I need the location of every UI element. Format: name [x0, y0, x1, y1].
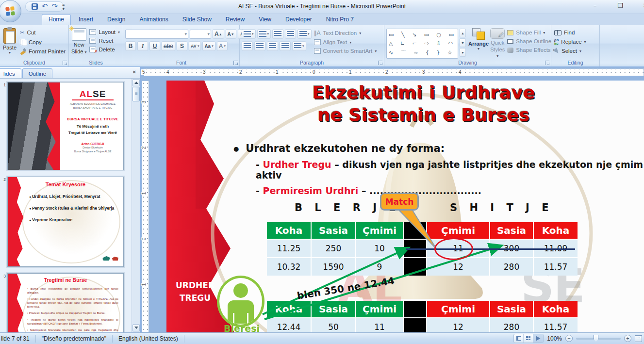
- font-color-button[interactable]: A▾: [217, 41, 228, 51]
- line-spacing-button[interactable]: ▾: [297, 29, 312, 39]
- tab-view[interactable]: View: [252, 15, 278, 25]
- clipboard-dialog-launcher[interactable]: [63, 61, 67, 65]
- character-spacing-button[interactable]: AV▾: [189, 41, 201, 51]
- zoom-slider[interactable]: [576, 338, 621, 340]
- find-button[interactable]: Find: [553, 29, 587, 36]
- shapes-gallery[interactable]: ▭ ╲ ↘ ▭ ○ ▭ △ ∟ ⌐ ⇨ ⇩ ◠ ∿ ⌒ ≈ { } ☆: [386, 29, 458, 59]
- slide-thumbnail-1[interactable]: ALSE ALBANIAN SECURITIES EXCHANGEBURSA S…: [7, 82, 124, 170]
- shape-fill-button[interactable]: Shape Fill▾: [506, 29, 557, 36]
- font-size-combobox[interactable]: [190, 30, 211, 39]
- fit-to-window-button[interactable]: [635, 335, 642, 342]
- scroll-down-icon[interactable]: [132, 324, 140, 331]
- minimize-button[interactable]: –: [590, 2, 600, 9]
- text-shadow-button[interactable]: S: [177, 41, 187, 51]
- underline-button[interactable]: U: [149, 41, 160, 51]
- paragraph-dialog-launcher[interactable]: [378, 61, 382, 65]
- office-button[interactable]: [0, 0, 21, 22]
- decrease-indent-button[interactable]: [272, 29, 283, 39]
- font-dialog-launcher[interactable]: [233, 61, 238, 65]
- tab-insert[interactable]: Insert: [72, 15, 99, 25]
- scroll-up-icon[interactable]: [132, 79, 140, 86]
- slide-thumbnail-2[interactable]: Temat Kryesore Urdhrat, Llojet, Priorite…: [7, 177, 124, 267]
- order-book-table-bottom[interactable]: Koha Sasia Çmimi Çmimi Sasia Koha 12.44 …: [267, 301, 578, 332]
- skyscraper-photo: [8, 82, 60, 170]
- paste-icon: [3, 28, 16, 44]
- shapes-gallery-scroll[interactable]: ▲▼▼: [460, 29, 466, 58]
- align-text-button[interactable]: Align Text▾: [313, 39, 378, 46]
- strikethrough-button[interactable]: abe: [162, 41, 175, 51]
- horizontal-ruler[interactable]: 5 4 3 2 1 0 1 2 3 4: [144, 68, 644, 76]
- numbering-button[interactable]: ▾: [257, 29, 271, 39]
- tab-review[interactable]: Review: [219, 15, 251, 25]
- format-painter-button[interactable]: Format Painter: [19, 48, 66, 55]
- increase-indent-button[interactable]: [285, 29, 296, 39]
- zoom-out-button[interactable]: −: [565, 335, 573, 342]
- paragraph-group-label: Paragraph: [240, 60, 384, 66]
- vertical-ruler[interactable]: 3 2 1 0 1: [142, 81, 149, 332]
- slide-show-view-button[interactable]: [533, 334, 543, 343]
- font-name-combobox[interactable]: [125, 30, 188, 39]
- convert-smartart-button[interactable]: Convert to SmartArt▾: [313, 48, 378, 54]
- zoom-level[interactable]: 100%: [547, 335, 562, 342]
- delete-button[interactable]: Delete: [88, 46, 121, 53]
- align-left-button[interactable]: [242, 41, 253, 51]
- sub-bullet-1: - Urdher Tregu – dikush vjen nga jashte …: [256, 159, 644, 180]
- slide-counter[interactable]: lide 7 of 31: [0, 335, 35, 342]
- shape-outline-button[interactable]: Shape Outline▾: [506, 38, 557, 45]
- paste-button[interactable]: Paste ▾: [2, 27, 17, 58]
- thumbnail-number: 3: [1, 273, 6, 332]
- slide-body-text[interactable]: Urdhrat ekzekutohen ne dy forma: - Urdhe…: [233, 143, 644, 196]
- maximize-button[interactable]: ❒: [615, 2, 626, 9]
- group-slides: New Slide ▾ Layout▾ Reset Delete Slides: [69, 25, 123, 66]
- align-right-button[interactable]: [267, 41, 278, 51]
- tab-animations[interactable]: Animations: [133, 15, 174, 25]
- justify-button[interactable]: [280, 41, 291, 51]
- zoom-in-button[interactable]: +: [624, 335, 631, 342]
- grow-font-button[interactable]: A▲: [213, 29, 224, 39]
- slide-sorter-view-button[interactable]: [524, 334, 533, 343]
- select-button[interactable]: Select▾: [553, 48, 587, 54]
- pane-close-icon[interactable]: ✕: [131, 69, 138, 75]
- scrollbar-thumb[interactable]: [132, 87, 140, 101]
- copy-button[interactable]: Copy: [19, 38, 66, 46]
- new-slide-button[interactable]: New Slide ▾: [71, 27, 87, 58]
- bold-button[interactable]: B: [125, 41, 136, 51]
- cut-button[interactable]: ✂ Cut: [19, 29, 66, 36]
- tab-design[interactable]: Design: [101, 15, 132, 25]
- language-indicator[interactable]: English (United States): [113, 335, 184, 342]
- bullets-button[interactable]: ▾: [242, 29, 256, 39]
- find-icon: [554, 30, 561, 35]
- italic-button[interactable]: I: [137, 41, 148, 51]
- normal-view-button[interactable]: [514, 334, 524, 343]
- drawing-dialog-launcher[interactable]: [545, 61, 549, 65]
- slide-thumbnail-3[interactable]: Tregtimi ne Burse Bursa ehte mekanizmi q…: [7, 273, 124, 332]
- separator-cell: [404, 301, 426, 317]
- tab-home[interactable]: Home: [42, 14, 71, 25]
- reset-button[interactable]: Reset: [88, 37, 121, 44]
- close-button[interactable]: ✕: [640, 2, 644, 9]
- tab-slide-show[interactable]: Slide Show: [176, 15, 218, 25]
- shape-effects-icon: [507, 48, 513, 53]
- zoom-slider-thumb[interactable]: [594, 335, 598, 342]
- align-center-button[interactable]: [254, 41, 265, 51]
- arrange-button[interactable]: Arrange ▾: [468, 27, 489, 58]
- layout-button[interactable]: Layout▾: [88, 29, 121, 35]
- theme-name[interactable]: "Diseño predeterminado": [36, 335, 112, 342]
- format-painter-icon: [20, 48, 26, 54]
- change-case-button[interactable]: Aa▾: [202, 41, 215, 51]
- thumbnail-scrollbar[interactable]: [132, 79, 140, 332]
- layout-icon: [89, 29, 96, 35]
- shrink-font-button[interactable]: A▼: [226, 29, 236, 39]
- quick-styles-button[interactable]: Quick Styles ▾: [490, 27, 505, 58]
- slide-canvas[interactable]: AL SE Ekzekutimi i Urdhrave ne Sistemin …: [166, 81, 644, 332]
- slide-title[interactable]: Ekzekutimi i Urdhrave ne Sistemin e Burs…: [234, 82, 613, 126]
- tab-outline-pane[interactable]: Outline: [22, 68, 52, 78]
- text-direction-button[interactable]: ∥AText Direction▾: [313, 29, 378, 37]
- columns-button[interactable]: ▾: [292, 41, 306, 51]
- replace-button[interactable]: abac Replace▾: [553, 38, 587, 46]
- window-controls: – ❒ ✕: [590, 2, 644, 9]
- shape-effects-button[interactable]: Shape Effects▾: [506, 47, 557, 53]
- tab-slides-pane[interactable]: lides: [0, 68, 21, 78]
- tab-nitro-pro[interactable]: Nitro Pro 7: [320, 15, 360, 25]
- tab-developer[interactable]: Developer: [279, 15, 318, 25]
